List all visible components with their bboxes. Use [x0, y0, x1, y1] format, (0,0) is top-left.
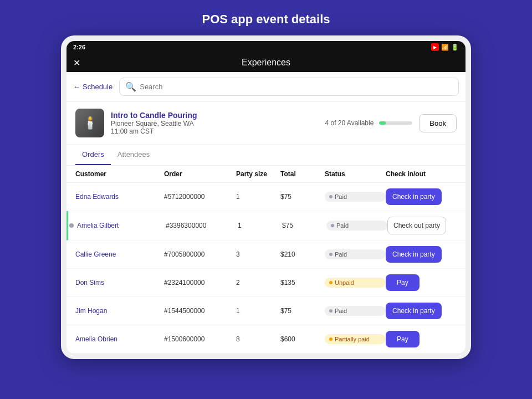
order-number: #1544500000 [164, 307, 236, 315]
status-label: Paid [335, 251, 347, 258]
tabs: Orders Attendees [66, 145, 466, 166]
back-arrow-icon: ← [73, 83, 80, 91]
battery-icon: 🔋 [451, 44, 459, 51]
wifi-icon: 📶 [441, 44, 449, 51]
status-label: Unpaid [335, 279, 354, 286]
action-cell: Check in party [386, 188, 466, 205]
status-bar: 2:26 ▶ 📶 🔋 [66, 41, 466, 53]
table-header: Customer Order Party size Total Status C… [66, 166, 466, 183]
col-status: Status [325, 170, 386, 178]
col-checkinout: Check in/out [386, 170, 466, 178]
nav-bar: ← Schedule 🔍 [66, 72, 466, 102]
check-in-button[interactable]: Check in party [386, 303, 442, 319]
status-label: Paid [335, 193, 347, 200]
event-location: Pioneer Square, Seattle WA [111, 120, 319, 127]
order-number: #7005800000 [164, 250, 236, 258]
status-badge: Paid [325, 249, 386, 259]
pay-button[interactable]: Pay [386, 274, 420, 291]
party-size: 3 [236, 250, 280, 258]
col-order: Order [164, 170, 236, 178]
status-dot [329, 309, 332, 313]
event-name: Intro to Candle Pouring [111, 111, 319, 120]
table-body: Edna Edwards #5712000000 1 $75 Paid Chec… [66, 183, 466, 354]
action-cell: Pay [386, 331, 466, 347]
check-in-button[interactable]: Check in party [386, 188, 442, 205]
action-cell: Check out party [387, 217, 466, 234]
search-input[interactable] [140, 83, 453, 91]
tablet-screen: 2:26 ▶ 📶 🔋 ✕ Experiences ← Schedule 🔍 [66, 41, 466, 354]
pay-button[interactable]: Pay [386, 331, 420, 347]
party-size: 1 [236, 193, 280, 201]
status-label: Paid [336, 222, 349, 229]
status-badge: Paid [325, 306, 386, 316]
status-dot [331, 224, 334, 227]
order-total: $600 [280, 335, 325, 343]
table-row: Amelia Obrien #1500600000 8 $600 Partial… [66, 325, 466, 354]
table-row: Edna Edwards #5712000000 1 $75 Paid Chec… [66, 183, 466, 211]
customer-name[interactable]: Don Sims [75, 279, 164, 287]
col-customer: Customer [75, 170, 164, 178]
top-bar-title: Experiences [242, 58, 290, 67]
event-availability: 4 of 20 Available [325, 119, 413, 127]
availability-fill [379, 121, 386, 125]
book-button[interactable]: Book [419, 114, 457, 132]
party-size: 1 [238, 222, 282, 229]
availability-bar [379, 121, 412, 125]
status-label: Partially paid [335, 336, 370, 342]
table-row: Callie Greene #7005800000 3 $210 Paid Ch… [66, 241, 466, 269]
col-total: Total [280, 170, 325, 178]
availability-text: 4 of 20 Available [325, 119, 374, 127]
tab-attendees[interactable]: Attendees [111, 145, 157, 165]
customer-name[interactable]: Edna Edwards [75, 193, 164, 201]
table-row: Don Sims #2324100000 2 $135 Unpaid Pay •… [66, 269, 466, 297]
table-row: Amelia Gilbert #3396300000 1 $75 Paid Ch… [66, 211, 466, 241]
party-size: 2 [236, 279, 280, 287]
action-cell: Check in party [386, 303, 466, 319]
event-time: 11:00 am CST [111, 127, 319, 135]
status-label: Paid [335, 308, 347, 314]
close-button[interactable]: ✕ [73, 58, 80, 68]
table-row: Jim Hogan #1544500000 1 $75 Paid Check i… [66, 297, 466, 325]
order-total: $75 [280, 307, 325, 315]
back-button[interactable]: ← Schedule [73, 83, 112, 91]
order-total: $135 [280, 279, 325, 287]
party-size: 1 [236, 307, 280, 315]
order-number: #1500600000 [164, 335, 236, 343]
status-dot [329, 337, 332, 341]
customer-name[interactable]: Amelia Gilbert [77, 222, 166, 229]
customer-name[interactable]: Amelia Obrien [75, 335, 164, 343]
order-total: $75 [280, 193, 325, 201]
customer-name[interactable]: Jim Hogan [75, 307, 164, 315]
page-title: POS app event details [202, 0, 330, 35]
status-badge: Partially paid [325, 334, 386, 344]
party-size: 8 [236, 335, 280, 343]
order-number: #2324100000 [164, 279, 236, 287]
status-time: 2:26 [73, 44, 85, 50]
action-cell: Pay [386, 274, 466, 291]
order-total: $210 [280, 250, 325, 258]
status-dot [329, 253, 332, 256]
event-thumbnail: 🕯️ [75, 109, 104, 137]
event-details: Intro to Candle Pouring Pioneer Square, … [111, 111, 319, 135]
record-icon: ▶ [431, 43, 439, 51]
event-info: 🕯️ Intro to Candle Pouring Pioneer Squar… [66, 102, 466, 145]
order-number: #3396300000 [166, 222, 238, 229]
back-label: Schedule [83, 83, 112, 91]
order-number: #5712000000 [164, 193, 236, 201]
col-partysize: Party size [236, 170, 280, 178]
check-out-button[interactable]: Check out party [387, 217, 446, 234]
top-bar: ✕ Experiences [66, 53, 466, 72]
check-in-button[interactable]: Check in party [386, 246, 442, 263]
status-badge: Paid [326, 221, 387, 231]
status-dot [329, 195, 332, 198]
tab-orders[interactable]: Orders [75, 145, 111, 165]
status-badge: Paid [325, 192, 386, 202]
row-indicator [69, 223, 74, 228]
customer-name[interactable]: Callie Greene [75, 250, 164, 258]
search-icon: 🔍 [125, 81, 136, 92]
search-box[interactable]: 🔍 [119, 78, 459, 96]
status-dot [329, 281, 332, 284]
order-total: $75 [282, 222, 326, 229]
status-badge: Unpaid [325, 278, 386, 288]
tablet-frame: 2:26 ▶ 📶 🔋 ✕ Experiences ← Schedule 🔍 [61, 35, 471, 359]
